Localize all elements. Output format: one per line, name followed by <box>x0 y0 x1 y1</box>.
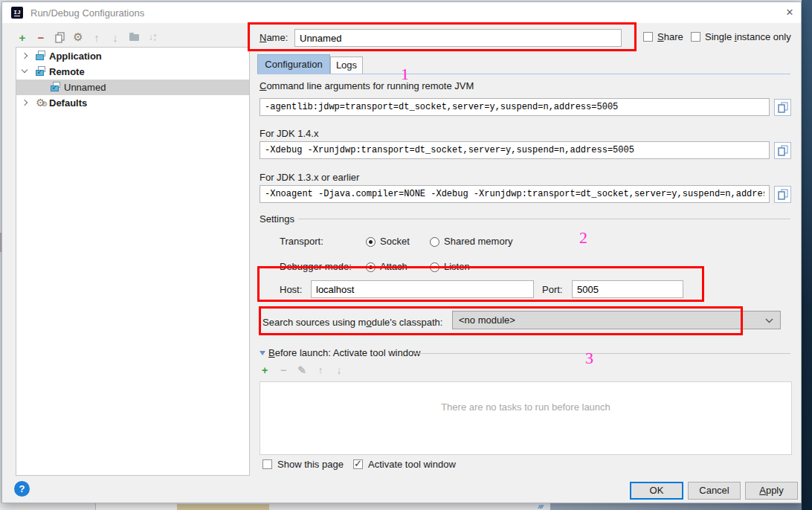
remove-configuration-icon[interactable]: − <box>34 30 48 44</box>
desktop-background-marks: /// <box>531 503 550 510</box>
annotation-rectangle-1 <box>248 22 637 51</box>
move-down-icon[interactable]: ↓ <box>109 30 122 44</box>
command-line-label: Command line arguments for running remot… <box>260 80 474 91</box>
tree-item-unnamed[interactable]: ↙ Unnamed <box>16 80 249 95</box>
desktop-background-strip <box>550 503 802 510</box>
configurations-toolbar: + − ⚙ ↑ ↓ ↓az <box>16 30 159 44</box>
share-label: Share <box>657 31 683 42</box>
empty-tasks-message: There are no tasks to run before launch <box>260 401 791 413</box>
chevron-down-icon <box>765 318 773 323</box>
copy-icon[interactable] <box>774 186 791 203</box>
cancel-button[interactable]: Cancel <box>688 482 741 500</box>
annotation-rectangle-2 <box>257 266 704 302</box>
transport-socket-label: Socket <box>380 236 410 247</box>
annotation-number-1: 1 <box>401 65 409 84</box>
single-instance-checkbox[interactable] <box>691 32 700 42</box>
transport-label: Transport: <box>280 236 323 247</box>
command-line-input[interactable] <box>260 98 770 116</box>
transport-shared-memory-radio[interactable] <box>430 237 439 247</box>
remove-task-icon[interactable]: − <box>277 364 290 377</box>
before-launch-toolbar: + − ✎ ↑ ↓ <box>258 364 346 377</box>
activate-tool-window-label: Activate tool window <box>368 459 456 470</box>
annotation-number-3: 3 <box>585 349 593 368</box>
chevron-right-icon[interactable] <box>22 53 28 59</box>
tab-logs[interactable]: Logs <box>330 57 363 74</box>
before-launch-label: Before launch: Activate tool window <box>268 347 421 358</box>
settings-group-label: Settings <box>260 213 294 225</box>
desktop-background-strip <box>177 504 269 510</box>
jdk14-label: For JDK 1.4.x <box>260 128 318 139</box>
edit-task-icon[interactable]: ✎ <box>295 364 309 377</box>
tree-item-label: Unnamed <box>64 82 106 93</box>
move-up-icon[interactable]: ↑ <box>90 30 103 44</box>
window-title: Run/Debug Configurations <box>30 7 144 19</box>
configurations-tree: Application ↙ Remote ↙ Unnamed ⚙⚙ Defaul… <box>16 47 250 476</box>
desktop-background-strip <box>95 503 177 510</box>
sort-configurations-icon[interactable]: ↓az <box>146 30 159 44</box>
ok-button[interactable]: OK <box>630 482 683 500</box>
help-icon[interactable]: ? <box>14 481 30 497</box>
copy-icon[interactable] <box>774 99 791 116</box>
add-configuration-icon[interactable]: + <box>16 30 29 44</box>
before-launch-task-list[interactable]: There are no tasks to run before launch <box>260 381 792 455</box>
tree-item-remote[interactable]: ↙ Remote <box>16 64 249 80</box>
transport-socket-radio[interactable] <box>366 237 376 247</box>
defaults-icon: ⚙⚙ <box>36 97 48 109</box>
share-checkbox[interactable] <box>643 32 653 42</box>
title-bar: IJ Run/Debug Configurations ✕ <box>2 2 801 23</box>
annotation-rectangle-3 <box>259 306 743 335</box>
tree-item-label: Defaults <box>49 97 87 109</box>
chevron-right-icon[interactable] <box>22 100 28 106</box>
move-task-up-icon[interactable]: ↑ <box>314 364 327 377</box>
move-task-down-icon[interactable]: ↓ <box>332 364 346 377</box>
show-this-page-label: Show this page <box>277 459 344 470</box>
settings-separator <box>298 219 790 219</box>
desktop-background-right <box>802 0 812 510</box>
remote-icon: ↙ <box>51 81 62 93</box>
jdk14-input[interactable] <box>260 141 770 159</box>
single-instance-label: Single instance only <box>705 31 791 42</box>
annotation-number-2: 2 <box>579 228 587 248</box>
tree-item-label: Remote <box>49 66 85 77</box>
intellij-logo-icon: IJ <box>11 7 23 19</box>
run-debug-configurations-dialog: IJ Run/Debug Configurations ✕ + − ⚙ ↑ ↓ … <box>1 1 802 503</box>
tree-item-defaults[interactable]: ⚙⚙ Defaults <box>16 95 249 111</box>
close-icon[interactable]: ✕ <box>780 4 799 21</box>
transport-shared-memory-label: Shared memory <box>444 236 512 247</box>
copy-configuration-icon[interactable] <box>53 30 66 44</box>
tree-item-label: Application <box>49 51 102 62</box>
chevron-down-icon[interactable] <box>22 67 28 73</box>
edit-defaults-icon[interactable]: ⚙ <box>71 30 85 44</box>
tree-item-application[interactable]: Application <box>16 48 249 64</box>
apply-button[interactable]: Apply <box>745 482 798 500</box>
add-task-icon[interactable]: + <box>258 364 271 377</box>
show-this-page-checkbox[interactable] <box>262 459 272 469</box>
activate-tool-window-checkbox[interactable] <box>353 459 363 469</box>
application-icon <box>36 50 48 62</box>
collapse-triangle-icon[interactable] <box>260 351 265 355</box>
create-folder-icon[interactable] <box>127 30 141 44</box>
remote-icon: ↙ <box>36 65 48 77</box>
before-launch-separator <box>413 353 790 354</box>
tab-configuration[interactable]: Configuration <box>257 54 330 74</box>
jdk13-input[interactable] <box>260 185 770 203</box>
copy-icon[interactable] <box>774 142 791 159</box>
tab-separator <box>257 74 790 74</box>
jdk13-label: For JDK 1.3.x or earlier <box>260 172 359 183</box>
